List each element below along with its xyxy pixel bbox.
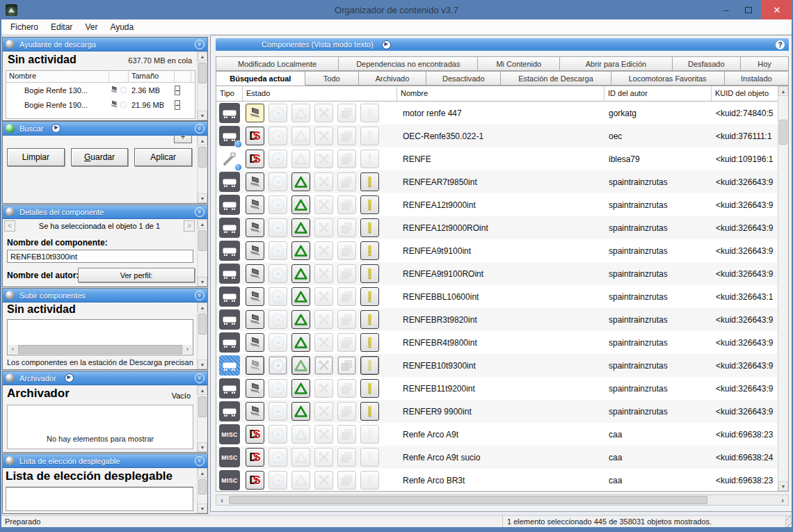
tab-desactivado[interactable]: Desactivado	[426, 71, 501, 86]
disc-icon[interactable]	[269, 127, 287, 145]
scroll-down-icon[interactable]	[198, 277, 207, 287]
triangle-icon[interactable]	[291, 356, 310, 375]
scrollbar[interactable]	[197, 51, 207, 120]
disc-icon[interactable]	[269, 356, 287, 375]
disc-icon[interactable]	[269, 241, 287, 260]
table-row[interactable]: RENFEBBL10600intspaintrainzrutas<kuid:32…	[216, 285, 778, 308]
package-icon[interactable]	[337, 241, 356, 260]
wrench-icon[interactable]	[314, 379, 333, 398]
exclamation-icon[interactable]	[360, 379, 379, 398]
scroll-up-icon[interactable]	[198, 51, 207, 61]
package-icon[interactable]	[337, 310, 356, 329]
wrench-icon[interactable]	[314, 287, 333, 306]
guardar-button[interactable]: Guardar	[71, 148, 129, 166]
laptop-icon[interactable]	[246, 379, 264, 398]
column-nombre[interactable]: Nombre	[397, 86, 604, 101]
wrench-icon[interactable]	[314, 264, 333, 283]
scrollbar-thumb[interactable]	[18, 345, 182, 354]
expand-arrow-icon[interactable]	[65, 373, 74, 382]
triangle-icon[interactable]	[291, 425, 310, 444]
disc-icon[interactable]	[269, 425, 287, 444]
collapse-chevron-icon[interactable]	[195, 456, 205, 466]
triangle-icon[interactable]	[291, 127, 310, 145]
table-row[interactable]: Renfe Arco BR3tcaa<kuid:69638:23	[216, 469, 778, 491]
disc-icon[interactable]	[269, 195, 287, 214]
remove-button[interactable]	[175, 100, 180, 110]
triangle-icon[interactable]	[291, 402, 310, 421]
panel-header-archiver[interactable]: Archivador	[3, 371, 207, 385]
table-row[interactable]: RENFEA12t9000intspaintrainzrutas<kuid:32…	[216, 193, 778, 216]
panel-header-download-helper[interactable]: Ayudante de descarga	[3, 38, 207, 51]
package-icon[interactable]	[337, 195, 356, 214]
triangle-icon[interactable]	[291, 241, 310, 260]
triangle-icon[interactable]	[291, 379, 310, 398]
table-row[interactable]: RENFEiblesa79<kuid:109196:1	[216, 147, 778, 170]
column-estado[interactable]: Estado	[243, 86, 397, 101]
package-icon[interactable]	[337, 379, 356, 398]
scroll-up-icon[interactable]	[198, 385, 207, 395]
scrollbar-thumb[interactable]	[198, 230, 207, 251]
scroll-up-icon[interactable]	[198, 219, 207, 229]
package-icon[interactable]	[337, 333, 356, 352]
wrench-icon[interactable]	[314, 310, 333, 329]
disc-icon[interactable]	[269, 448, 287, 467]
laptop-icon[interactable]	[246, 310, 264, 329]
exclamation-icon[interactable]	[360, 264, 379, 283]
ds-logo-icon[interactable]	[246, 150, 264, 168]
package-icon[interactable]	[337, 218, 356, 237]
table-row[interactable]: RENFER9 9900intspaintrainzrutas<kuid:326…	[216, 400, 778, 423]
table-row[interactable]: OEC-Renfe350.022-1oec<kuid:376111:1	[216, 124, 778, 147]
scroll-up-icon[interactable]	[198, 468, 207, 478]
scrollbar[interactable]	[197, 219, 207, 287]
scroll-left-icon[interactable]	[216, 496, 227, 504]
wrench-icon[interactable]	[314, 104, 333, 122]
exclamation-icon[interactable]	[360, 172, 379, 191]
download-row[interactable]: Bogie Renfe 190...21.96 MB	[6, 97, 195, 112]
tab-instalado[interactable]: Instalado	[725, 71, 789, 86]
download-row[interactable]: Bogie Renfe 130...2.36 MB	[6, 83, 195, 97]
scroll-left-icon[interactable]	[8, 345, 17, 354]
previous-button[interactable]	[4, 220, 15, 232]
wrench-icon[interactable]	[314, 356, 333, 375]
laptop-icon[interactable]	[246, 356, 264, 375]
column-tipo[interactable]: Tipo	[216, 86, 243, 101]
component-name-field[interactable]	[7, 250, 193, 263]
panel-header-picklist[interactable]: Lista de elección desplegable	[3, 454, 207, 468]
expand-arrow-icon[interactable]	[51, 124, 61, 133]
package-icon[interactable]	[337, 402, 356, 421]
scrollbar-thumb[interactable]	[198, 479, 207, 494]
next-button[interactable]	[184, 220, 195, 232]
resize-grip[interactable]	[786, 516, 792, 527]
maximize-button[interactable]	[737, 0, 760, 19]
table-row[interactable]: RENFEB10t9300intspaintrainzrutas<kuid:32…	[216, 354, 778, 377]
ds-logo-icon[interactable]	[246, 448, 264, 467]
collapse-chevron-icon[interactable]	[195, 124, 205, 134]
ds-logo-icon[interactable]	[246, 127, 264, 145]
wrench-icon[interactable]	[314, 218, 333, 237]
disc-icon[interactable]	[269, 333, 287, 352]
collapse-chevron-icon[interactable]	[195, 291, 205, 300]
scroll-right-icon[interactable]	[777, 496, 788, 504]
exclamation-icon[interactable]	[360, 104, 379, 122]
tab-hoy[interactable]: Hoy	[741, 56, 789, 71]
disc-icon[interactable]	[269, 150, 287, 168]
package-icon[interactable]	[337, 150, 356, 168]
scroll-down-icon[interactable]	[198, 503, 207, 513]
table-row[interactable]: motor renfe 447gorkatg<kuid2:74840:5	[216, 102, 778, 124]
horizontal-scrollbar[interactable]	[8, 345, 192, 354]
disc-icon[interactable]	[269, 218, 287, 237]
scrollbar[interactable]	[197, 385, 207, 452]
minimize-button[interactable]: –	[715, 0, 737, 19]
triangle-icon[interactable]	[291, 218, 310, 237]
exclamation-icon[interactable]	[360, 448, 379, 467]
triangle-icon[interactable]	[291, 172, 310, 191]
wrench-icon[interactable]	[314, 127, 333, 145]
triangle-icon[interactable]	[291, 471, 310, 490]
scroll-down-icon[interactable]	[198, 442, 207, 452]
tab-desfasado[interactable]: Desfasado	[673, 56, 741, 71]
triangle-icon[interactable]	[291, 448, 310, 467]
exclamation-icon[interactable]	[360, 127, 379, 145]
laptop-icon[interactable]	[246, 264, 264, 283]
table-horizontal-scrollbar[interactable]	[216, 494, 789, 506]
tab-modificado-localmente[interactable]: Modificado Localmente	[216, 56, 339, 71]
